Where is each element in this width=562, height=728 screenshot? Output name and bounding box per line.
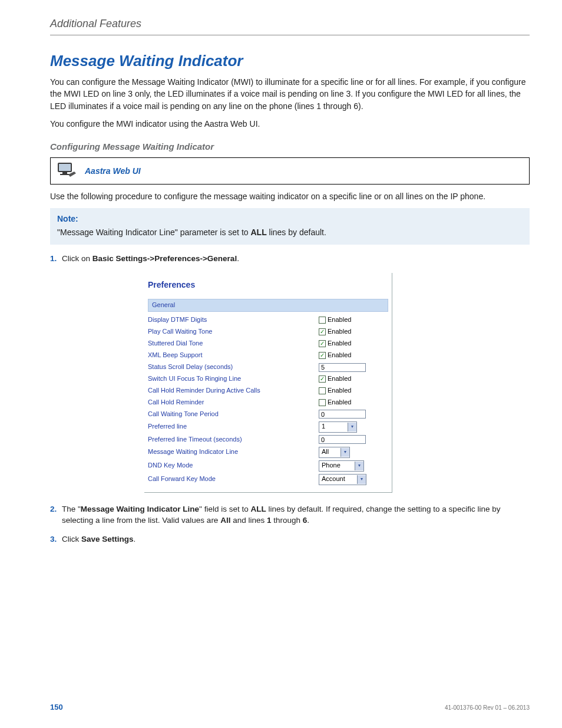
enabled-label: Enabled xyxy=(328,315,351,325)
text-input[interactable] xyxy=(319,363,366,372)
checkbox[interactable] xyxy=(319,317,326,324)
svg-rect-3 xyxy=(60,174,70,175)
select-value: 1 xyxy=(319,422,348,431)
pref-label: Stuttered Dial Tone xyxy=(148,339,319,348)
revision-text: 41-001376-00 Rev 01 – 06.2013 xyxy=(445,704,530,711)
pref-row: Stuttered Dial Tone✓Enabled xyxy=(144,338,392,350)
select-dropdown[interactable]: 1▾ xyxy=(319,421,357,433)
pref-label: Call Hold Reminder During Active Calls xyxy=(148,386,319,396)
pref-row: Preferred line Timeout (seconds) xyxy=(144,434,392,446)
chevron-down-icon: ▾ xyxy=(348,423,356,431)
step-2: The "Message Waiting Indicator Line" fie… xyxy=(50,503,530,526)
checkbox[interactable] xyxy=(319,387,326,394)
enabled-label: Enabled xyxy=(328,339,351,348)
pref-label: Call Hold Reminder xyxy=(148,398,319,407)
enabled-label: Enabled xyxy=(328,351,351,360)
enabled-label: Enabled xyxy=(328,386,351,396)
select-value: Account xyxy=(319,475,357,484)
intro-paragraph-2: You configure the MWI indicator using th… xyxy=(50,118,530,130)
preferences-section-general: General xyxy=(148,299,388,312)
select-dropdown[interactable]: All▾ xyxy=(319,447,350,458)
page-footer: 150 41-001376-00 Rev 01 – 06.2013 xyxy=(50,703,530,711)
pref-label: DND Key Mode xyxy=(148,461,319,470)
checkbox[interactable]: ✓ xyxy=(319,340,326,347)
procedure-intro: Use the following procedure to configure… xyxy=(50,190,530,202)
pref-label: Call Waiting Tone Period xyxy=(148,410,319,419)
pref-row: Call Hold ReminderEnabled xyxy=(144,397,392,409)
enabled-label: Enabled xyxy=(328,398,351,407)
enabled-label: Enabled xyxy=(328,374,351,384)
pref-label: XML Beep Support xyxy=(148,351,319,360)
pref-label: Switch UI Focus To Ringing Line xyxy=(148,374,319,384)
pref-label: Status Scroll Delay (seconds) xyxy=(148,363,319,372)
web-ui-callout: Aastra Web UI xyxy=(50,157,530,185)
chevron-down-icon: ▾ xyxy=(357,475,366,484)
note-body: "Message Waiting Indicator Line" paramet… xyxy=(57,226,523,239)
svg-rect-2 xyxy=(62,172,67,174)
select-dropdown[interactable]: Account▾ xyxy=(319,474,366,485)
enabled-label: Enabled xyxy=(328,327,351,337)
checkbox[interactable] xyxy=(319,399,326,406)
pref-label: Preferred line xyxy=(148,422,319,431)
pref-label: Play Call Waiting Tone xyxy=(148,327,319,337)
monitor-icon xyxy=(57,162,77,180)
pref-label: Preferred line Timeout (seconds) xyxy=(148,435,319,444)
intro-paragraph-1: You can configure the Message Waiting In… xyxy=(50,76,530,112)
note-title: Note: xyxy=(57,213,523,225)
pref-label: Call Forward Key Mode xyxy=(148,475,319,484)
pref-row: Switch UI Focus To Ringing Line✓Enabled xyxy=(144,373,392,385)
checkbox[interactable]: ✓ xyxy=(319,328,326,335)
text-input[interactable] xyxy=(319,410,366,419)
subsection-title: Configuring Message Waiting Indicator xyxy=(50,141,530,151)
pref-row: Display DTMF DigitsEnabled xyxy=(144,314,392,326)
step-1: Click on Basic Settings->Preferences->Ge… xyxy=(50,253,530,492)
pref-row: XML Beep Support✓Enabled xyxy=(144,350,392,361)
pref-label: Display DTMF Digits xyxy=(148,315,319,325)
select-dropdown[interactable]: Phone▾ xyxy=(319,460,364,472)
pref-row: Preferred line1▾ xyxy=(144,420,392,434)
pref-row: Message Waiting Indicator LineAll▾ xyxy=(144,446,392,459)
page-title: Message Waiting Indicator xyxy=(50,52,530,70)
page-number: 150 xyxy=(50,703,63,711)
preferences-title: Preferences xyxy=(144,276,392,299)
preferences-screenshot: Preferences General Display DTMF DigitsE… xyxy=(144,273,392,493)
steps-list: Click on Basic Settings->Preferences->Ge… xyxy=(50,253,530,545)
note-box: Note: "Message Waiting Indicator Line" p… xyxy=(50,208,530,245)
select-value: All xyxy=(319,447,340,457)
pref-row: DND Key ModePhone▾ xyxy=(144,459,392,473)
pref-row: Call Hold Reminder During Active CallsEn… xyxy=(144,385,392,397)
pref-label: Message Waiting Indicator Line xyxy=(148,447,319,457)
chevron-down-icon: ▾ xyxy=(355,462,363,470)
pref-row: Call Waiting Tone Period xyxy=(144,409,392,420)
text-input[interactable] xyxy=(319,435,366,444)
checkbox[interactable]: ✓ xyxy=(319,352,326,359)
select-value: Phone xyxy=(319,461,355,470)
chevron-down-icon: ▾ xyxy=(340,448,349,457)
pref-row: Status Scroll Delay (seconds) xyxy=(144,361,392,373)
pref-row: Play Call Waiting Tone✓Enabled xyxy=(144,326,392,338)
pref-row: Call Forward Key ModeAccount▾ xyxy=(144,473,392,486)
running-header: Additional Features xyxy=(50,18,530,35)
web-ui-label: Aastra Web UI xyxy=(85,166,141,176)
step-3: Click Save Settings. xyxy=(50,533,530,545)
svg-rect-1 xyxy=(59,164,71,171)
checkbox[interactable]: ✓ xyxy=(319,375,326,383)
